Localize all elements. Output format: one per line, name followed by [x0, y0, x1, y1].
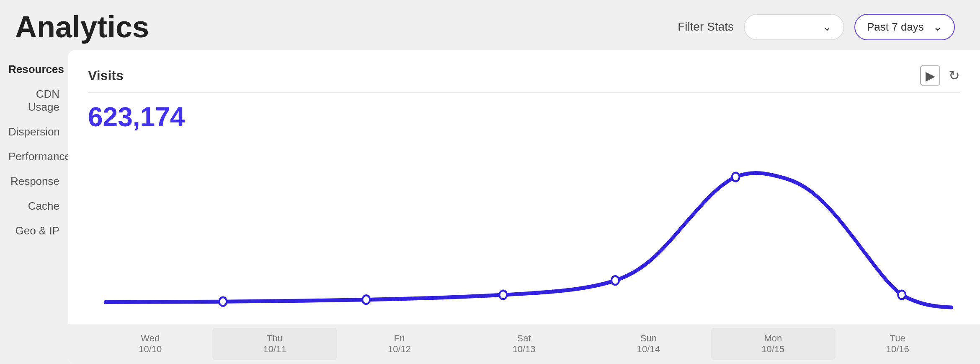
sidebar-item-performance[interactable]: Performance: [0, 146, 68, 167]
svg-point-1: [362, 295, 370, 304]
x-label-10-13: Sat10/13: [462, 328, 586, 360]
filter-stats-dropdown[interactable]: ⌄: [744, 14, 844, 40]
sidebar-item-resources[interactable]: Resources: [0, 59, 68, 80]
chart-container: Visits ▶ ↻ 623,174: [68, 50, 980, 364]
chart-actions: ▶ ↻: [920, 65, 960, 86]
sidebar-item-dispersion[interactable]: Dispersion: [0, 121, 68, 143]
sidebar-item-cache[interactable]: Cache: [0, 195, 68, 217]
chart-title: Visits: [88, 68, 124, 83]
x-label-10-11: Thu10/11: [212, 328, 337, 360]
sidebar-item-response[interactable]: Response: [0, 171, 68, 192]
filter-stats-label: Filter Stats: [678, 20, 734, 34]
svg-point-2: [500, 291, 507, 299]
x-label-10-16: Tue10/16: [836, 328, 960, 360]
chart-total-value: 623,174: [88, 101, 960, 133]
sidebar: ResourcesCDN UsageDispersionPerformanceR…: [0, 50, 68, 364]
export-icon: ▶: [926, 68, 935, 83]
svg-point-0: [219, 297, 227, 306]
analytics-page: Analytics Filter Stats ⌄ Past 7 days ⌄ R…: [0, 0, 980, 364]
export-button[interactable]: ▶: [920, 65, 940, 86]
svg-point-3: [611, 276, 619, 285]
chart-area: [88, 141, 960, 324]
svg-point-5: [898, 291, 905, 299]
header-controls: Filter Stats ⌄ Past 7 days ⌄: [678, 14, 955, 40]
x-axis: Wed10/10Thu10/11Fri10/12Sat10/13Sun10/14…: [68, 324, 980, 364]
sidebar-item-geo-and-ip[interactable]: Geo & IP: [0, 220, 68, 242]
chart-header: Visits ▶ ↻: [88, 65, 960, 86]
refresh-button[interactable]: ↻: [949, 68, 960, 83]
main-content: ResourcesCDN UsageDispersionPerformanceR…: [0, 50, 980, 364]
svg-point-4: [732, 173, 740, 182]
date-range-dropdown[interactable]: Past 7 days ⌄: [854, 14, 955, 40]
page-title: Analytics: [15, 12, 149, 42]
chart-svg: [88, 141, 960, 324]
sidebar-item-cdn-usage[interactable]: CDN Usage: [0, 83, 68, 118]
chevron-down-icon: ⌄: [823, 21, 832, 34]
page-header: Analytics Filter Stats ⌄ Past 7 days ⌄: [0, 0, 980, 50]
x-label-10-10: Wed10/10: [88, 328, 212, 360]
date-range-value: Past 7 days: [867, 21, 924, 34]
x-label-10-12: Fri10/12: [337, 328, 462, 360]
refresh-icon: ↻: [949, 68, 960, 83]
chevron-down-icon: ⌄: [933, 21, 942, 34]
x-label-10-14: Sun10/14: [586, 328, 711, 360]
x-label-10-15: Mon10/15: [711, 328, 835, 360]
chart-divider: [88, 92, 960, 93]
